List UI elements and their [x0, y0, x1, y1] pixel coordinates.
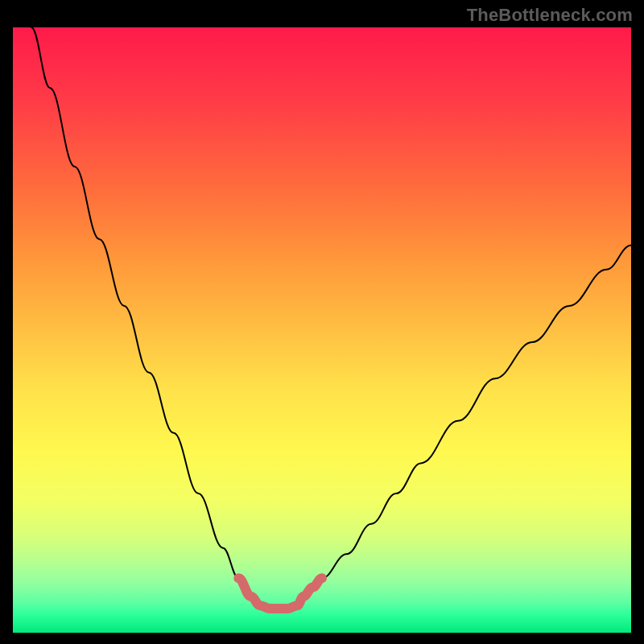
plot-area	[13, 27, 631, 633]
chart-frame: TheBottleneck.com	[0, 0, 644, 644]
curve-right-branch	[303, 246, 631, 597]
valley-highlight	[238, 578, 322, 609]
watermark-text: TheBottleneck.com	[467, 5, 633, 26]
curve-left-branch	[31, 27, 251, 597]
curve-overlay	[13, 27, 631, 633]
